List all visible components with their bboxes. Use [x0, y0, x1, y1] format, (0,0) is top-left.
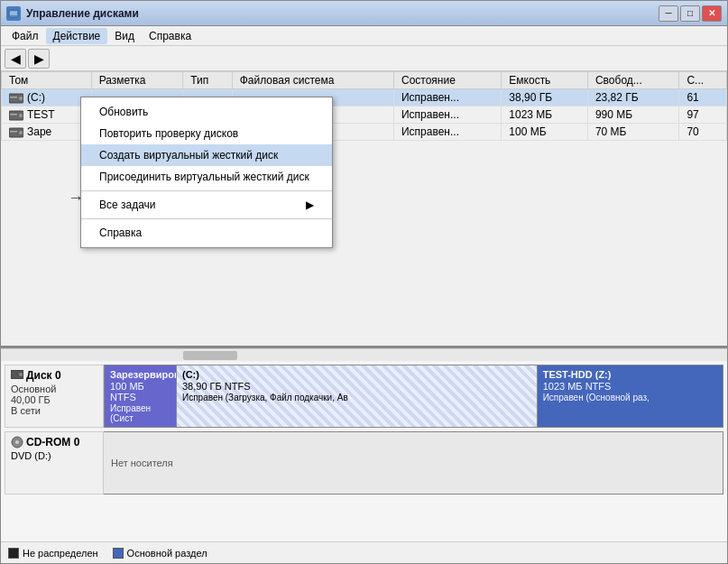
table-header-row: Том Разметка Тип Файловая система Состоя…: [2, 72, 727, 89]
svg-rect-1: [10, 12, 17, 13]
menu-item-refresh[interactable]: Обновить: [81, 101, 332, 123]
col-fs: Файловая система: [232, 72, 393, 89]
cdrom0-label: CD-ROM 0 DVD (D:): [5, 431, 104, 495]
cell-percent-1: 97: [679, 106, 727, 124]
partition-test-hdd-name: TEST-HDD (Z:): [543, 369, 717, 380]
partition-c-name: (C:): [182, 369, 531, 380]
svg-rect-5: [10, 97, 17, 98]
cell-percent-0: 61: [679, 89, 727, 106]
context-menu[interactable]: Обновить Повторить проверку дисков Созда…: [80, 97, 333, 248]
forward-button[interactable]: ▶: [28, 49, 50, 69]
menu-item-help[interactable]: Справка: [81, 222, 332, 244]
cell-capacity-0: 38,90 ГБ: [502, 89, 588, 106]
menu-action[interactable]: Действие: [46, 28, 108, 44]
cell-capacity-2: 100 МБ: [502, 124, 588, 141]
disk-map-area: Диск 0 Основной 40,00 ГБ В сети Зарезерв…: [1, 361, 727, 541]
menu-item-all-tasks-label: Все задачи: [99, 199, 156, 211]
partition-reserved-size: 100 МБ NTFS: [110, 381, 170, 402]
menu-item-rescan[interactable]: Повторить проверку дисков: [81, 123, 332, 144]
svg-rect-2: [10, 14, 17, 14]
cell-free-0: 23,82 ГБ: [587, 89, 678, 106]
svg-point-7: [19, 114, 23, 117]
window-title: Управление дисками: [26, 7, 659, 20]
menu-item-attach-vhd[interactable]: Присоединить виртуальный жесткий диск: [81, 166, 332, 188]
main-content: Том Разметка Тип Файловая система Состоя…: [1, 71, 727, 563]
maximize-button[interactable]: □: [680, 5, 700, 22]
partition-c-status: Исправен (Загрузка, Файл подкачки, Ав: [182, 393, 531, 402]
svg-point-15: [15, 440, 19, 444]
partition-test-hdd-size: 1023 МБ NTFS: [543, 381, 717, 392]
menu-help[interactable]: Справка: [142, 28, 198, 44]
svg-point-10: [19, 131, 23, 134]
menu-item-create-vhd[interactable]: Создать виртуальный жесткий диск: [81, 144, 332, 166]
partition-reserved-status: Исправен (Сист: [110, 403, 170, 423]
menu-item-refresh-label: Обновить: [99, 106, 148, 118]
h-scrollbar[interactable]: [1, 348, 727, 361]
col-percent: С...: [679, 72, 727, 89]
window-controls: ─ □ ✕: [659, 5, 722, 22]
col-capacity: Емкость: [502, 72, 588, 89]
partition-test-hdd-status: Исправен (Основной раз,: [543, 393, 717, 402]
svg-point-13: [19, 373, 23, 376]
close-button[interactable]: ✕: [702, 5, 722, 22]
col-layout: Разметка: [91, 72, 182, 89]
menu-file[interactable]: Файл: [5, 28, 46, 44]
cell-free-1: 990 МБ: [587, 106, 678, 124]
disk0-status: В сети: [11, 405, 97, 416]
partition-c[interactable]: (C:) 38,90 ГБ NTFS Исправен (Загрузка, Ф…: [177, 365, 538, 427]
cell-capacity-1: 1023 МБ: [502, 106, 588, 124]
svg-point-4: [19, 97, 23, 100]
cdrom0-status: Нет носителя: [111, 458, 173, 468]
col-type: Тип: [183, 72, 233, 89]
cell-state-1: Исправен...: [393, 106, 501, 124]
disk0-type: Основной: [11, 384, 97, 394]
menu-item-all-tasks[interactable]: Все задачи ▶: [81, 194, 332, 216]
main-window: Управление дисками ─ □ ✕ Файл Действие В…: [0, 0, 728, 564]
submenu-arrow-icon: ▶: [306, 199, 314, 211]
disk0-partitions: Зарезервирова 100 МБ NTFS Исправен (Сист…: [104, 365, 723, 428]
disk0-row: Диск 0 Основной 40,00 ГБ В сети Зарезерв…: [5, 365, 723, 428]
cell-tom-1: TEST: [2, 106, 92, 124]
partition-c-size: 38,90 ГБ NTFS: [182, 381, 531, 392]
cell-state-0: Исправен...: [393, 89, 501, 106]
svg-rect-11: [10, 131, 17, 133]
disk0-size: 40,00 ГБ: [11, 394, 97, 405]
menu-item-attach-vhd-label: Присоединить виртуальный жесткий диск: [99, 171, 309, 183]
status-bar: Не распределен Основной раздел: [1, 541, 727, 563]
h-scroll-thumb[interactable]: [183, 351, 237, 360]
menu-item-create-vhd-label: Создать виртуальный жесткий диск: [99, 149, 278, 162]
minimize-button[interactable]: ─: [659, 5, 678, 22]
partition-reserved: Зарезервирова 100 МБ NTFS Исправен (Сист: [105, 365, 177, 427]
title-bar: Управление дисками ─ □ ✕: [1, 1, 727, 26]
toolbar: ◀ ▶: [1, 46, 727, 71]
col-free: Свобод...: [587, 72, 678, 89]
cell-free-2: 70 МБ: [587, 124, 678, 141]
partition-reserved-name: Зарезервирова: [110, 369, 170, 380]
cdrom0-name: CD-ROM 0: [26, 436, 79, 448]
cell-tom-0: (C:): [2, 89, 92, 106]
menu-view[interactable]: Вид: [107, 28, 142, 44]
cdrom0-row: CD-ROM 0 DVD (D:) Нет носителя: [5, 431, 723, 495]
window-icon: [6, 6, 21, 21]
legend-blue-box: [113, 548, 124, 559]
disk0-label: Диск 0 Основной 40,00 ГБ В сети: [5, 365, 104, 428]
menu-separator-2: [81, 218, 332, 219]
col-tom: Том: [2, 72, 92, 89]
cell-state-2: Исправен...: [393, 124, 501, 141]
cell-percent-2: 70: [679, 124, 727, 141]
menu-item-help-label: Справка: [99, 227, 142, 239]
col-state: Состояние: [393, 72, 501, 89]
legend-black-box: [8, 548, 19, 559]
cell-tom-2: Заре: [2, 124, 92, 141]
legend-unallocated-label: Не распределен: [23, 548, 98, 559]
menu-bar: Файл Действие Вид Справка: [1, 26, 727, 46]
partition-test-hdd[interactable]: TEST-HDD (Z:) 1023 МБ NTFS Исправен (Осн…: [538, 365, 723, 427]
cdrom0-type: DVD (D:): [11, 450, 97, 461]
menu-item-rescan-label: Повторить проверку дисков: [99, 127, 238, 140]
legend-primary: Основной раздел: [113, 548, 207, 559]
back-button[interactable]: ◀: [5, 49, 26, 69]
cdrom0-content: Нет носителя: [104, 431, 723, 495]
legend-unallocated: Не распределен: [8, 548, 98, 559]
legend-primary-label: Основной раздел: [127, 548, 207, 559]
disk0-name: Диск 0: [11, 369, 97, 382]
